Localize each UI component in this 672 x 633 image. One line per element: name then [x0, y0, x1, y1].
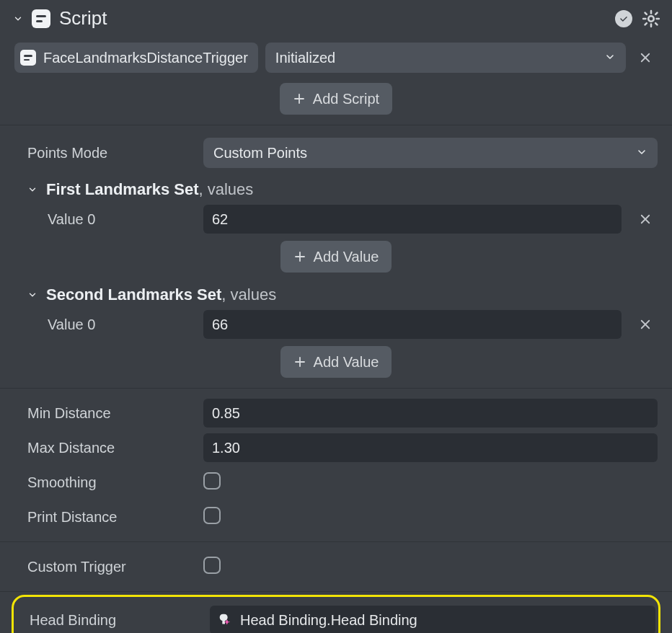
add-script-row: Add Script	[0, 79, 672, 125]
max-distance-label: Max Distance	[14, 440, 196, 456]
add-value-label: Add Value	[314, 249, 379, 265]
print-distance-checkbox[interactable]	[203, 507, 221, 524]
first-landmarks-value-text: 62	[212, 211, 228, 228]
smoothing-checkbox[interactable]	[203, 472, 221, 490]
second-landmarks-group: Second Landmarks Set, values Value 0 66 …	[0, 280, 672, 388]
max-distance-input[interactable]: 1.30	[203, 433, 658, 462]
separator	[0, 591, 672, 592]
first-landmarks-value-input[interactable]: 62	[203, 205, 622, 234]
print-distance-row: Print Distance	[14, 500, 658, 534]
custom-trigger-section: Custom Trigger	[0, 542, 672, 591]
remove-script-button[interactable]	[633, 45, 658, 70]
chevron-down-icon	[636, 145, 647, 161]
script-type-icon	[32, 9, 50, 28]
second-landmarks-title: Second Landmarks Set	[46, 285, 221, 304]
second-landmarks-value-label: Value 0	[14, 316, 196, 333]
first-landmarks-subtitle: , values	[199, 180, 254, 198]
points-mode-section: Points Mode Custom Points	[0, 125, 672, 172]
collapse-toggle[interactable]	[13, 14, 23, 24]
min-distance-input[interactable]: 0.85	[203, 399, 658, 428]
min-distance-value: 0.85	[212, 405, 240, 422]
second-landmarks-value-row: Value 0 66	[14, 307, 658, 342]
remove-value-button[interactable]	[633, 207, 658, 231]
highlighted-bindings: Head Binding Head Binding.Head Binding C…	[12, 595, 660, 633]
add-value-button-first[interactable]: Add Value	[280, 241, 392, 273]
chevron-down-icon	[27, 185, 37, 195]
remove-value-button[interactable]	[633, 312, 658, 337]
chevron-down-icon	[604, 50, 616, 66]
head-binding-row: Head Binding Head Binding.Head Binding	[17, 603, 655, 633]
second-landmarks-subtitle: , values	[221, 285, 276, 304]
inspector-panel: Script FaceLandmarksDistanceTrigger Init…	[0, 0, 672, 633]
plus-icon	[293, 355, 306, 368]
max-distance-row: Max Distance 1.30	[14, 430, 658, 465]
custom-trigger-row: Custom Trigger	[14, 549, 658, 584]
max-distance-value: 1.30	[212, 440, 240, 456]
head-binding-field[interactable]: Head Binding.Head Binding	[210, 606, 655, 633]
first-landmarks-value-label: Value 0	[14, 211, 196, 228]
head-binding-value: Head Binding.Head Binding	[240, 612, 417, 629]
add-value-label: Add Value	[314, 354, 379, 371]
min-distance-row: Min Distance 0.85	[14, 396, 658, 430]
smoothing-row: Smoothing	[14, 465, 658, 500]
add-value-button-second[interactable]: Add Value	[280, 346, 392, 378]
chevron-down-icon	[27, 290, 37, 300]
component-header: Script	[0, 0, 672, 37]
enabled-toggle[interactable]	[614, 9, 633, 28]
points-mode-label: Points Mode	[14, 145, 196, 161]
gear-icon[interactable]	[642, 9, 660, 28]
plus-icon	[293, 250, 306, 263]
plus-icon	[293, 92, 306, 105]
custom-trigger-label: Custom Trigger	[14, 559, 196, 575]
script-binding-row: FaceLandmarksDistanceTrigger Initialized	[0, 37, 672, 79]
second-landmarks-value-input[interactable]: 66	[203, 310, 622, 339]
first-landmarks-group: First Landmarks Set, values Value 0 62 A…	[0, 172, 672, 280]
print-distance-label: Print Distance	[14, 509, 196, 526]
distance-section: Min Distance 0.85 Max Distance 1.30 Smoo…	[0, 389, 672, 541]
smoothing-label: Smoothing	[14, 474, 196, 491]
script-asset-chip[interactable]: FaceLandmarksDistanceTrigger	[14, 43, 258, 73]
custom-trigger-checkbox[interactable]	[203, 557, 221, 574]
first-landmarks-header[interactable]: First Landmarks Set, values	[14, 174, 658, 202]
head-binding-label: Head Binding	[17, 612, 203, 629]
points-mode-selected: Custom Points	[213, 145, 636, 161]
second-landmarks-header[interactable]: Second Landmarks Set, values	[14, 280, 658, 307]
first-landmarks-value-row: Value 0 62	[14, 202, 658, 236]
script-event-selected: Initialized	[275, 50, 604, 66]
add-script-button[interactable]: Add Script	[280, 83, 392, 115]
script-asset-name: FaceLandmarksDistanceTrigger	[43, 50, 248, 66]
points-mode-dropdown[interactable]: Custom Points	[203, 138, 658, 168]
script-event-dropdown[interactable]: Initialized	[265, 43, 626, 73]
first-landmarks-title: First Landmarks Set	[46, 180, 199, 198]
second-landmarks-value-text: 66	[212, 316, 228, 333]
script-asset-icon	[20, 50, 36, 66]
min-distance-label: Min Distance	[14, 405, 196, 422]
add-script-label: Add Script	[313, 91, 379, 107]
svg-point-0	[648, 16, 654, 22]
head-binding-icon	[217, 612, 233, 628]
component-title: Script	[59, 7, 606, 30]
